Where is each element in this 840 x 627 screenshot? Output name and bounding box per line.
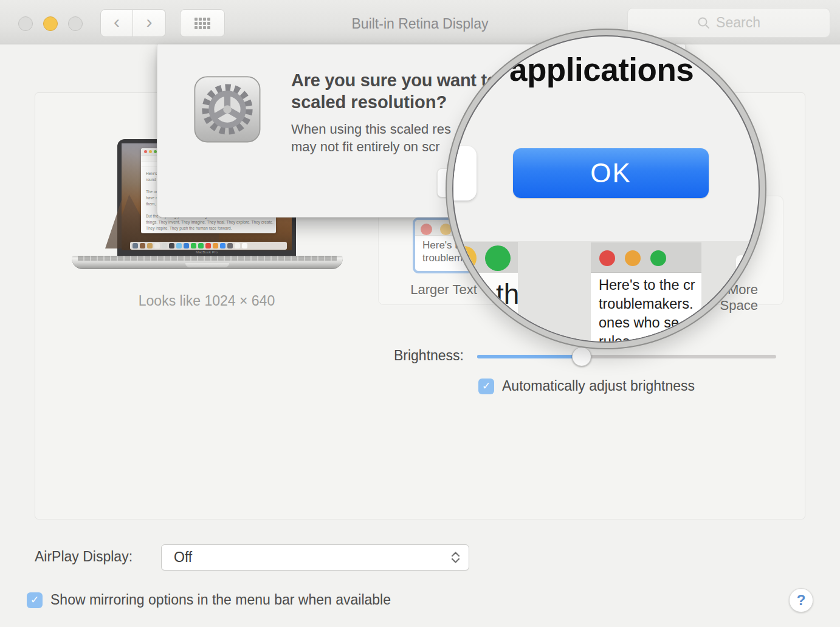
auto-brightness-label: Automatically adjust brightness	[502, 378, 695, 394]
dock-app-icon	[133, 243, 138, 248]
thumb-text-line: troublem	[422, 252, 471, 264]
checkmark-icon: ✓	[482, 380, 491, 392]
dock-app-icon	[235, 243, 240, 248]
magnified-headline-text: applications	[509, 51, 694, 88]
airplay-label: AirPlay Display:	[35, 549, 133, 565]
dock-app-icon	[220, 243, 225, 248]
dialog-body-line1: When using this scaled res	[291, 122, 451, 137]
auto-brightness-checkbox[interactable]: ✓	[478, 379, 494, 394]
dock-app-icon	[140, 243, 145, 248]
magnifier-loupe: applications OK th Here's to the cr trou…	[452, 35, 760, 343]
brightness-slider-fill	[477, 355, 582, 358]
magnified-preview-line: Here's to the cr	[599, 276, 695, 295]
system-preferences-window: Built-in Retina Display ‹ › Search	[0, 0, 840, 627]
thumb-close-icon	[421, 224, 432, 235]
mirroring-label: Show mirroring options in the menu bar w…	[50, 592, 391, 608]
dock-app-icon	[227, 243, 233, 248]
dialog-body-line2: may not fit entirely on scr	[291, 139, 440, 155]
dock-app-icon	[242, 243, 247, 248]
magnified-close-icon	[599, 250, 615, 266]
resolution-caption: Looks like 1024 × 640	[135, 293, 278, 309]
mirroring-checkbox[interactable]: ✓	[27, 592, 43, 608]
question-mark-icon: ?	[797, 592, 806, 609]
search-field[interactable]: Search	[627, 8, 830, 38]
checkmark-icon: ✓	[30, 594, 39, 606]
brightness-slider-knob[interactable]	[572, 347, 591, 366]
textedit-line: things. They invent. They imagine. They …	[141, 219, 276, 225]
search-icon	[697, 16, 711, 30]
dock-app-icon	[205, 243, 211, 248]
dock-app-icon	[213, 243, 218, 248]
dock-app-icon	[184, 243, 189, 248]
mini-minimize-icon	[149, 150, 152, 153]
magnified-zoom-icon	[485, 245, 511, 271]
ok-button-label: OK	[590, 158, 632, 188]
toolbar: Built-in Retina Display ‹ › Search	[0, 0, 840, 44]
forward-button[interactable]: ›	[133, 9, 166, 37]
dock-app-icon	[191, 243, 196, 248]
help-button[interactable]: ?	[789, 588, 813, 612]
ok-button[interactable]: OK	[513, 148, 709, 198]
macbook-keyboard	[78, 256, 337, 261]
search-placeholder: Search	[716, 15, 760, 31]
dock-app-icon	[154, 243, 160, 248]
show-all-button[interactable]	[180, 9, 225, 37]
popup-stepper-icon	[451, 552, 469, 563]
brightness-label: Brightness:	[374, 348, 464, 364]
dock-app-icon	[198, 243, 204, 248]
dock-app-icon	[169, 243, 174, 248]
dock	[130, 242, 287, 250]
macbook-brand-label: MacBook Pro	[117, 250, 296, 254]
thumb-minimize-icon	[440, 224, 452, 235]
magnified-thumb-titlebar	[591, 242, 701, 273]
dock-app-icon	[176, 243, 182, 248]
mini-close-icon	[144, 150, 147, 153]
magnified-cancel-button	[452, 146, 477, 200]
magnified-preview-line: troublemakers.	[599, 295, 695, 314]
dock-app-icon	[162, 243, 167, 248]
airplay-selected-value: Off	[162, 549, 451, 566]
back-button[interactable]: ‹	[100, 9, 133, 37]
dock-app-icon	[147, 243, 153, 248]
airplay-display-select[interactable]: Off	[161, 544, 469, 570]
textedit-line: They inspire. They push the human race f…	[141, 225, 276, 231]
magnified-minimize-icon	[625, 250, 641, 266]
chevron-right-icon: ›	[146, 13, 153, 31]
chevron-left-icon: ‹	[114, 13, 120, 31]
macbook-lid-notch	[185, 263, 229, 267]
option-label-larger-text: Larger Text	[406, 282, 481, 298]
magnified-zoom-icon	[650, 250, 666, 266]
grid-icon	[195, 18, 210, 29]
system-preferences-gear-icon	[193, 75, 262, 144]
dialog-title-line2: scaled resolution?	[291, 92, 447, 112]
